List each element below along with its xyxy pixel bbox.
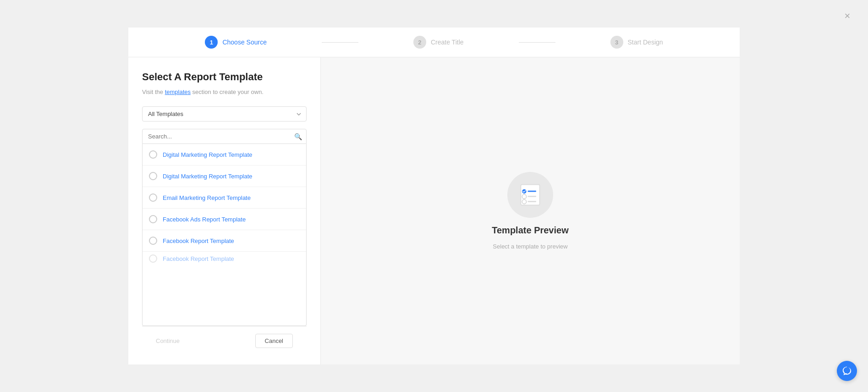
template-filter-select[interactable]: All Templates <box>142 106 307 121</box>
template-item[interactable]: Digital Marketing Report Template <box>143 166 306 187</box>
step-2-label: Create Title <box>431 39 464 46</box>
modal-footer: Continue Cancel <box>142 326 307 355</box>
step-3-circle: 3 <box>610 36 623 49</box>
step-1: 1 Choose Source <box>205 36 267 49</box>
close-button[interactable]: × <box>841 9 854 23</box>
subtitle-suffix: section to create your own. <box>191 88 264 95</box>
stepper: 1 Choose Source 2 Create Title 3 Start D… <box>128 28 740 57</box>
template-item[interactable]: Facebook Report Template <box>143 252 306 265</box>
radio-circle <box>149 237 157 245</box>
modal-container: 1 Choose Source 2 Create Title 3 Start D… <box>128 28 740 364</box>
template-item-label: Facebook Report Template <box>163 237 234 244</box>
chat-widget[interactable] <box>837 361 857 381</box>
templates-link[interactable]: templates <box>165 88 191 95</box>
svg-rect-2 <box>527 191 536 192</box>
left-panel: Select A Report Template Visit the templ… <box>128 57 321 364</box>
step-3-label: Start Design <box>628 39 663 46</box>
radio-circle <box>149 150 157 159</box>
radio-circle <box>149 254 157 263</box>
subtitle-prefix: Visit the <box>142 88 165 95</box>
svg-rect-6 <box>527 201 536 202</box>
step-divider-1 <box>322 42 358 43</box>
template-item-label: Digital Marketing Report Template <box>163 151 253 158</box>
step-1-label: Choose Source <box>222 39 267 46</box>
right-panel: Template Preview Select a template to pr… <box>321 57 740 364</box>
template-list: Digital Marketing Report Template Digita… <box>142 144 307 326</box>
svg-rect-4 <box>527 196 536 197</box>
template-item-label: Facebook Ads Report Template <box>163 216 246 223</box>
panel-subtitle: Visit the templates section to create yo… <box>142 88 307 95</box>
panel-title: Select A Report Template <box>142 71 307 83</box>
modal-body: Select A Report Template Visit the templ… <box>128 57 740 364</box>
step-2-circle: 2 <box>413 36 426 49</box>
preview-subtitle: Select a template to preview <box>493 243 567 250</box>
template-item-label: Facebook Report Template <box>163 255 234 262</box>
search-input[interactable] <box>142 129 307 144</box>
template-item[interactable]: Facebook Ads Report Template <box>143 209 306 230</box>
template-item[interactable]: Digital Marketing Report Template <box>143 144 306 166</box>
template-item-label: Email Marketing Report Template <box>163 194 251 201</box>
step-2: 2 Create Title <box>413 36 464 49</box>
step-1-circle: 1 <box>205 36 218 49</box>
search-container: 🔍 <box>142 129 307 144</box>
template-item-label: Digital Marketing Report Template <box>163 173 253 180</box>
template-preview-icon <box>507 172 553 218</box>
template-item[interactable]: Facebook Report Template <box>143 230 306 252</box>
preview-title: Template Preview <box>492 225 568 236</box>
radio-circle <box>149 215 157 223</box>
cancel-button[interactable]: Cancel <box>255 334 293 348</box>
radio-circle <box>149 172 157 180</box>
search-icon: 🔍 <box>294 133 302 140</box>
continue-button[interactable]: Continue <box>156 337 180 344</box>
template-item[interactable]: Email Marketing Report Template <box>143 187 306 209</box>
step-divider-2 <box>519 42 555 43</box>
radio-circle <box>149 193 157 202</box>
step-3: 3 Start Design <box>610 36 663 49</box>
